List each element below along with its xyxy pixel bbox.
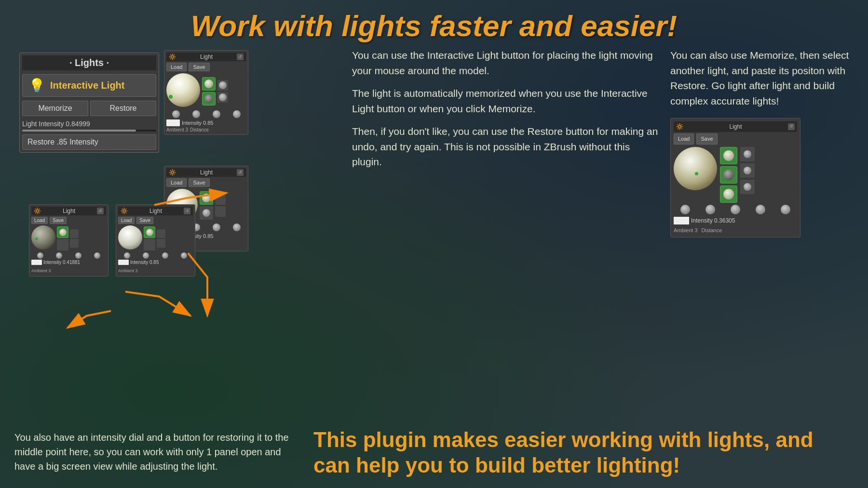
bottom-right-text: This plugin makes easier working with li… [313, 427, 854, 478]
middle-p1: You can use the Interactive Light button… [352, 48, 661, 78]
lim3 [213, 224, 220, 231]
libl1 [37, 252, 43, 259]
lights-main-panel: · Lights · 💡 Interactive Light Memorize … [19, 53, 159, 153]
right-li-c3 [744, 183, 751, 191]
btn-bl-c2 [70, 239, 79, 248]
green-btn-top-2[interactable] [202, 92, 216, 106]
memorize-button[interactable]: Memorize [22, 101, 88, 116]
right-p1: You can also use Memorize, then select a… [670, 48, 854, 108]
libl3 [75, 252, 81, 259]
right-green-btn-3[interactable] [720, 185, 737, 203]
sphere-bl [31, 225, 55, 250]
load-btn-bl[interactable]: Load [31, 217, 48, 224]
light-icons-row-bl [31, 252, 106, 259]
reset-btn-bl[interactable]: ↺ [97, 208, 104, 214]
bulb-icon-mid-1 [202, 194, 211, 202]
light-icons-row-top [166, 110, 246, 118]
interactive-light-label: Interactive Light [50, 80, 124, 91]
light-bulb-icon-top: 🔆 [169, 53, 176, 60]
content-area: · Lights · 💡 Interactive Light Memorize … [0, 48, 868, 488]
right-green-btn-2[interactable] [720, 166, 737, 184]
reset-btn-bm[interactable]: ↺ [184, 208, 190, 214]
right-sphere [674, 147, 717, 190]
right-ambient-text: Ambient 3 [674, 226, 698, 235]
middle-p3: Then, if you don't like, you can use the… [352, 124, 661, 170]
green-btn-bm-1[interactable] [144, 226, 155, 238]
ambient-text-bl: Ambient 3 [31, 268, 51, 273]
ambient-text-top: Ambient 3 [166, 127, 188, 132]
save-btn-mid[interactable]: Save [189, 178, 209, 187]
memorize-restore-row: Memorize Restore [22, 101, 156, 116]
right-panel: You can also use Memorize, then select a… [670, 48, 854, 488]
light-icon-a1 [217, 80, 228, 91]
btn-mid-c1 [215, 194, 226, 205]
right-bulb-icon: 🔆 [676, 122, 683, 131]
middle-p2: The light is automatically memorized whe… [352, 86, 661, 116]
light-sm-mid [203, 209, 210, 217]
lim4 [233, 224, 241, 231]
right-li1 [680, 205, 690, 214]
right-bulb-icon-3 [723, 189, 734, 199]
load-btn-bm[interactable]: Load [118, 217, 135, 224]
intensity-text-bl: Intensity 0.41881 [43, 260, 80, 265]
restore-intensity-button[interactable]: Restore .85 Intensity [22, 134, 156, 150]
intensity-slider-track [22, 130, 156, 132]
right-light-icons-row [674, 205, 797, 214]
restore-button[interactable]: Restore [90, 101, 156, 116]
interactive-light-button[interactable]: 💡 Interactive Light [22, 74, 156, 97]
green-btn-top-1[interactable] [202, 77, 216, 91]
libm4 [181, 252, 187, 259]
light-sm-a1 [219, 81, 227, 89]
right-light-header: 🔆 Light ↺ [674, 121, 797, 132]
color-swatch-top [166, 119, 180, 126]
right-distance-text: Distance [702, 226, 722, 235]
lights-panel-header: · Lights · [22, 55, 156, 70]
green-dot-top [169, 95, 173, 99]
light-panel-top-header: 🔆 Light ↺ [166, 53, 246, 61]
bulb-icon-top-1 [204, 79, 213, 88]
light-icons-row-bm [118, 252, 193, 259]
light-label-bm: Light [149, 208, 162, 214]
save-btn-bm[interactable]: Save [136, 217, 153, 224]
right-load-btn[interactable]: Load [674, 133, 694, 145]
bulb-btn-mid-2 [200, 206, 213, 220]
distance-text-top: Distance [190, 127, 209, 132]
intensity-text-top: Intensity 0.85 [182, 120, 213, 126]
green-btn-mid-1[interactable] [200, 191, 213, 205]
save-btn-bl[interactable]: Save [50, 217, 67, 224]
light-panel-top: 🔆 Light ↺ Load Save [164, 50, 248, 135]
green-dot-bl [35, 237, 38, 240]
right-li3 [731, 205, 740, 214]
reset-btn-mid[interactable]: ↺ [237, 169, 244, 176]
load-btn-mid[interactable]: Load [166, 178, 187, 187]
light-label-top: Light [200, 53, 213, 60]
bulb-icon-bm-1 [146, 229, 153, 236]
right-reset-btn[interactable]: ↺ [788, 123, 795, 130]
right-bulb-icon-2 [723, 170, 734, 180]
main-title: Work with lights faster and easier! [0, 0, 868, 48]
right-save-btn[interactable]: Save [696, 133, 717, 145]
libm1 [124, 252, 130, 259]
sphere-top [166, 73, 200, 107]
libl4 [94, 252, 100, 259]
middle-text: You can use the Interactive Light button… [342, 48, 670, 488]
right-bulb-icon-1 [723, 150, 734, 161]
light-icon-a2 [217, 92, 228, 103]
load-btn-top[interactable]: Load [166, 63, 187, 71]
libl2 [56, 252, 62, 259]
light-panel-bl: 🔆 Light ↺ Load Save [29, 204, 108, 277]
light-panel-bm-header: 🔆 Light ↺ [118, 207, 193, 215]
btn-bm-c2 [157, 239, 165, 248]
green-btn-bl-1[interactable] [57, 226, 68, 238]
save-btn-top[interactable]: Save [189, 63, 209, 71]
li4 [233, 110, 241, 118]
light-panel-bm: 🔆 Light ↺ Load Save [116, 204, 195, 277]
reset-btn-top[interactable]: ↺ [237, 53, 244, 60]
light-label-bl: Light [63, 208, 75, 214]
bulb-icon-top-2 [204, 94, 213, 103]
bottom-left-text: You also have an intensity dial and a bu… [14, 430, 304, 474]
btn-mid-c2 [215, 206, 226, 217]
right-btn-c1 [740, 147, 755, 161]
right-green-btn-1[interactable] [720, 147, 737, 164]
sphere-bm [118, 225, 142, 250]
